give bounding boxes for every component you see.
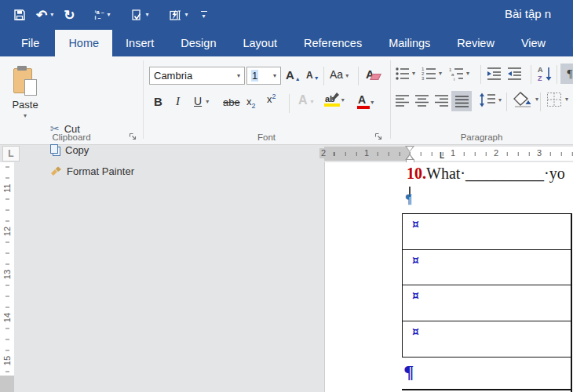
numbering-dropdown-icon[interactable]: ▾ xyxy=(439,71,442,77)
subscript-button[interactable]: x2 xyxy=(246,96,256,110)
multilevel-list-icon: ¹a – i – xyxy=(95,9,104,20)
format-painter-button[interactable]: Format Painter xyxy=(50,162,134,180)
numbering-icon: 1 2 3 xyxy=(422,67,437,81)
table-row[interactable]: ¤ xyxy=(403,250,571,286)
bullets-dropdown-icon[interactable]: ▾ xyxy=(412,71,415,77)
table-row[interactable]: ¤ xyxy=(403,285,571,321)
highlight-button[interactable]: ab ▾ xyxy=(325,94,345,107)
strikethrough-button[interactable]: abe xyxy=(223,96,240,108)
line-spacing-icon xyxy=(479,93,496,107)
quick-access-toolbar: ↶ ▾ ↻ ¹a – i – ▾ ▾ ▾ xyxy=(11,0,207,30)
tab-insert[interactable]: Insert xyxy=(112,30,167,56)
font-name-dropdown-icon[interactable]: ▾ xyxy=(237,73,240,79)
undo-dropdown-icon[interactable]: ▾ xyxy=(50,12,53,18)
increase-indent-icon xyxy=(506,67,523,81)
multilevel-list-button[interactable]: 1 a i ▾ xyxy=(449,67,469,81)
svg-text:3: 3 xyxy=(422,76,425,81)
clear-formatting-button[interactable]: A xyxy=(366,67,374,81)
font-dialog-launcher[interactable] xyxy=(374,132,382,140)
font-color-dropdown-icon[interactable]: ▾ xyxy=(370,100,374,106)
small-divider xyxy=(323,67,324,85)
first-line-indent-marker-face xyxy=(407,147,413,151)
ruler-number: 13 xyxy=(2,268,13,281)
ribbon-tab-row: File Home Insert Design Layout Reference… xyxy=(0,30,573,56)
shading-dropdown-icon[interactable]: ▾ xyxy=(535,96,538,103)
small-divider xyxy=(289,94,290,113)
multilevel-list-dropdown-icon[interactable]: ▾ xyxy=(108,12,111,18)
autotext-button[interactable]: ▾ xyxy=(166,8,191,23)
table-row[interactable]: ¤ xyxy=(403,214,571,250)
text-effects-dropdown-icon: ▾ xyxy=(311,99,314,105)
paste-dropdown-icon[interactable]: ▾ xyxy=(24,113,27,119)
line-spacing-button[interactable]: ▾ xyxy=(479,93,502,107)
underline-dropdown-icon[interactable]: ▾ xyxy=(206,99,209,105)
vertical-ruler[interactable]: 11 12 13 14 15 xyxy=(0,162,14,392)
tab-stop-marker[interactable]: L xyxy=(440,152,444,160)
small-divider xyxy=(506,93,507,111)
text-effects-button[interactable]: A ▾ xyxy=(298,93,314,107)
copy-button[interactable]: Copy xyxy=(50,140,89,159)
tab-file[interactable]: File xyxy=(5,30,55,56)
tab-developer[interactable]: Deve xyxy=(559,30,573,56)
save-button[interactable] xyxy=(11,7,28,23)
multilevel-list-qat-button[interactable]: ¹a – i – ▾ xyxy=(93,8,113,22)
clipboard-dialog-launcher[interactable] xyxy=(129,132,137,140)
tab-layout[interactable]: Layout xyxy=(229,30,290,56)
decrease-indent-button[interactable] xyxy=(486,67,502,81)
shading-button[interactable]: ▾ xyxy=(513,91,538,108)
tab-view[interactable]: View xyxy=(508,30,559,56)
align-left-button[interactable] xyxy=(395,94,410,107)
autotext-dropdown-icon[interactable]: ▾ xyxy=(185,12,188,18)
font-size-dropdown-icon[interactable]: ▾ xyxy=(273,73,276,79)
numbering-button[interactable]: 1 2 3 ▾ xyxy=(422,67,442,81)
change-case-dropdown-icon[interactable]: ▾ xyxy=(345,73,349,79)
small-divider xyxy=(531,65,531,84)
customize-quick-access-toolbar-button[interactable]: ▾ xyxy=(201,11,207,20)
ruler-number: 2 xyxy=(319,148,327,158)
table-row[interactable]: ¤ xyxy=(403,321,571,358)
justify-button[interactable] xyxy=(451,91,472,111)
bullets-button[interactable]: ▾ xyxy=(395,67,415,81)
tab-design[interactable]: Design xyxy=(167,30,229,56)
horizontal-ruler[interactable]: 2 1 1 2 3 xyxy=(324,147,573,161)
underline-button[interactable]: U ▾ xyxy=(194,95,209,107)
superscript-button[interactable]: x2 xyxy=(267,93,276,105)
document-check-button[interactable]: ▾ xyxy=(128,8,151,23)
change-case-button[interactable]: Aa ▾ xyxy=(330,68,349,81)
font-size-combobox[interactable]: 1 ▾ xyxy=(246,67,281,85)
show-hide-formatting-button[interactable]: ¶ xyxy=(560,64,573,84)
bold-button[interactable]: B xyxy=(154,95,162,108)
document-check-dropdown-icon[interactable]: ▾ xyxy=(146,12,149,18)
highlight-dropdown-icon[interactable]: ▾ xyxy=(341,97,345,103)
end-of-cell-marker: ¤ xyxy=(412,218,419,230)
save-icon xyxy=(13,9,26,21)
align-center-button[interactable] xyxy=(414,94,429,107)
small-divider xyxy=(557,65,557,84)
redo-button[interactable]: ↻ xyxy=(61,7,77,24)
grow-font-button[interactable]: A▲ xyxy=(286,68,301,82)
font-color-button[interactable]: A ▾ xyxy=(358,93,374,109)
paste-button[interactable]: Paste ▾ xyxy=(5,61,46,138)
shrink-font-button[interactable]: A▼ xyxy=(306,70,319,81)
highlight-icon: ab xyxy=(325,94,335,107)
tab-mailings[interactable]: Mailings xyxy=(375,30,443,56)
align-right-button[interactable] xyxy=(434,94,449,107)
tab-selector-button[interactable]: L xyxy=(2,146,20,162)
borders-button[interactable]: ▾ xyxy=(546,92,568,107)
sort-button[interactable]: A Z xyxy=(537,65,554,82)
ruler-number: 15 xyxy=(2,354,13,367)
document-table[interactable]: ¤ ¤ ¤ ¤ xyxy=(402,213,571,358)
font-name-combobox[interactable]: Cambria ▾ xyxy=(149,67,245,85)
borders-dropdown-icon[interactable]: ▾ xyxy=(565,96,568,103)
clipboard-group-label: Clipboard xyxy=(0,132,143,142)
tab-home[interactable]: Home xyxy=(55,30,112,56)
font-name-value: Cambria xyxy=(154,70,192,82)
increase-indent-button[interactable] xyxy=(506,67,523,81)
tab-review[interactable]: Review xyxy=(443,30,508,56)
italic-button[interactable]: I xyxy=(176,95,180,108)
tab-references[interactable]: References xyxy=(290,30,375,56)
sort-icon: A Z xyxy=(537,65,554,82)
undo-button[interactable]: ↶ ▾ xyxy=(34,7,56,24)
multilevel-list-dropdown-icon[interactable]: ▾ xyxy=(466,71,469,77)
line-spacing-dropdown-icon[interactable]: ▾ xyxy=(498,97,502,103)
